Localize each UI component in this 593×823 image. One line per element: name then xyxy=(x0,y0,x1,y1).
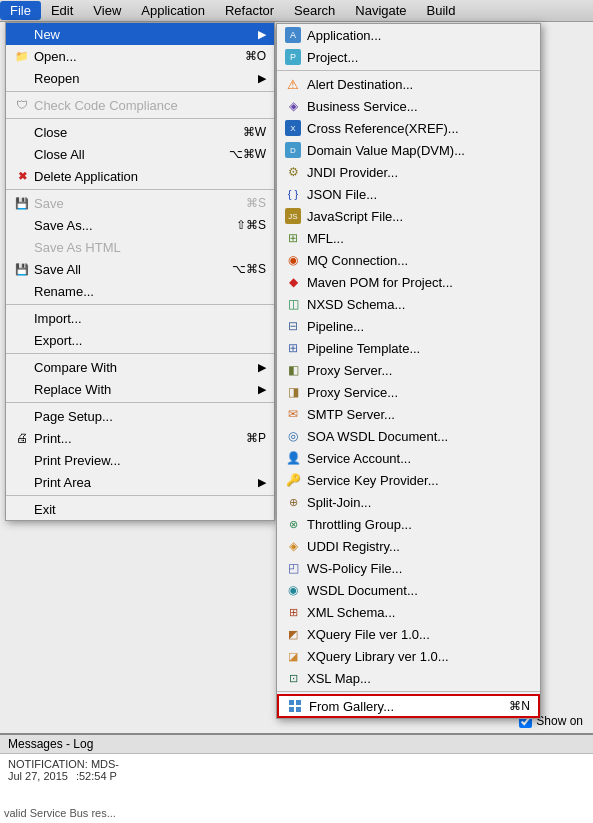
submenu-svc-key[interactable]: 🔑 Service Key Provider... xyxy=(277,469,540,491)
submenu-uddi[interactable]: ◈ UDDI Registry... xyxy=(277,535,540,557)
submenu-mq[interactable]: ◉ MQ Connection... xyxy=(277,249,540,271)
submenu-js[interactable]: JS JavaScript File... xyxy=(277,205,540,227)
menu-item-print-preview[interactable]: Print Preview... xyxy=(6,449,274,471)
xref-label: Cross Reference(XREF)... xyxy=(307,121,459,136)
submenu-throttling[interactable]: ⊗ Throttling Group... xyxy=(277,513,540,535)
replace-icon xyxy=(14,381,30,397)
submenu-business[interactable]: ◈ Business Service... xyxy=(277,95,540,117)
svc-a-icon: 👤 xyxy=(285,450,301,466)
menu-item-page-setup[interactable]: Page Setup... xyxy=(6,405,274,427)
replace-arrow: ▶ xyxy=(258,383,266,396)
submenu-application[interactable]: A Application... xyxy=(277,24,540,46)
menu-item-close-all[interactable]: Close All ⌥⌘W xyxy=(6,143,274,165)
import-label: Import... xyxy=(34,311,266,326)
submenu-mfl[interactable]: ⊞ MFL... xyxy=(277,227,540,249)
submenu-xml-schema[interactable]: ⊞ XML Schema... xyxy=(277,601,540,623)
menubar-item-refactor[interactable]: Refactor xyxy=(215,1,284,20)
submenu-xquery1[interactable]: ◩ XQuery File ver 1.0... xyxy=(277,623,540,645)
gallery-icon xyxy=(287,698,303,714)
sep5 xyxy=(6,353,274,354)
menubar-item-navigate[interactable]: Navigate xyxy=(345,1,416,20)
submenu-xref[interactable]: X Cross Reference(XREF)... xyxy=(277,117,540,139)
delete-app-label: Delete Application xyxy=(34,169,266,184)
submenu-gallery[interactable]: From Gallery... ⌘N xyxy=(277,694,540,718)
show-on-label: Show on xyxy=(536,714,583,728)
menu-item-rename[interactable]: Rename... xyxy=(6,280,274,302)
compare-icon xyxy=(14,359,30,375)
submenu-xsl[interactable]: ⊡ XSL Map... xyxy=(277,667,540,689)
menubar-item-build[interactable]: Build xyxy=(417,1,466,20)
submenu-alert[interactable]: ⚠ Alert Destination... xyxy=(277,73,540,95)
submenu-pipeline[interactable]: ⊟ Pipeline... xyxy=(277,315,540,337)
menu-item-save-as[interactable]: Save As... ⇧⌘S xyxy=(6,214,274,236)
submenu-proxy-srv[interactable]: ◧ Proxy Server... xyxy=(277,359,540,381)
submenu-ws-policy[interactable]: ◰ WS-Policy File... xyxy=(277,557,540,579)
menu-item-import[interactable]: Import... xyxy=(6,307,274,329)
throt-label: Throttling Group... xyxy=(307,517,412,532)
wsdl-label: SOA WSDL Document... xyxy=(307,429,448,444)
save-as-icon xyxy=(14,217,30,233)
submenu-proxy-svc[interactable]: ◨ Proxy Service... xyxy=(277,381,540,403)
submenu-jndi[interactable]: ⚙ JNDI Provider... xyxy=(277,161,540,183)
submenu-pipeline-tmpl[interactable]: ⊞ Pipeline Template... xyxy=(277,337,540,359)
menu-item-replace[interactable]: Replace With ▶ xyxy=(6,378,274,400)
svc-k-label: Service Key Provider... xyxy=(307,473,439,488)
menu-item-export[interactable]: Export... xyxy=(6,329,274,351)
menu-item-print[interactable]: 🖨 Print... ⌘P xyxy=(6,427,274,449)
submenu-split-join[interactable]: ⊕ Split-Join... xyxy=(277,491,540,513)
submenu-project[interactable]: P Project... xyxy=(277,46,540,68)
menu-item-new[interactable]: New ▶ xyxy=(6,23,274,45)
submenu-dvm[interactable]: D Domain Value Map(DVM)... xyxy=(277,139,540,161)
nxsd-icon: ◫ xyxy=(285,296,301,312)
sep3 xyxy=(6,189,274,190)
menu-item-reopen[interactable]: Reopen ▶ xyxy=(6,67,274,89)
submenu-xquery-lib[interactable]: ◪ XQuery Library ver 1.0... xyxy=(277,645,540,667)
menubar-item-file[interactable]: File xyxy=(0,1,41,20)
menu-item-exit[interactable]: Exit xyxy=(6,498,274,520)
menu-item-print-area[interactable]: Print Area ▶ xyxy=(6,471,274,493)
wsdl2-label: WSDL Document... xyxy=(307,583,418,598)
menubar-item-edit[interactable]: Edit xyxy=(41,1,83,20)
submenu-svc-acct[interactable]: 👤 Service Account... xyxy=(277,447,540,469)
menu-item-check: 🛡 Check Code Compliance xyxy=(6,94,274,116)
print-area-icon xyxy=(14,474,30,490)
xref-icon: X xyxy=(285,120,301,136)
submenu-wsdl[interactable]: ◎ SOA WSDL Document... xyxy=(277,425,540,447)
menu-item-open[interactable]: 📁 Open... ⌘O xyxy=(6,45,274,67)
menubar-item-search[interactable]: Search xyxy=(284,1,345,20)
submenu-wsdl-doc[interactable]: ◉ WSDL Document... xyxy=(277,579,540,601)
save-all-icon: 💾 xyxy=(14,261,30,277)
menubar-item-application[interactable]: Application xyxy=(131,1,215,20)
submenu-smtp[interactable]: ✉ SMTP Server... xyxy=(277,403,540,425)
js-label: JavaScript File... xyxy=(307,209,403,224)
open-label: Open... xyxy=(34,49,235,64)
sub-sep1 xyxy=(277,70,540,71)
messages-title: Messages - Log xyxy=(8,737,93,751)
rename-label: Rename... xyxy=(34,284,266,299)
file-menu: New ▶ 📁 Open... ⌘O Reopen ▶ 🛡 Check Code… xyxy=(5,22,275,521)
new-label: New xyxy=(34,27,254,42)
menubar: File Edit View Application Refactor Sear… xyxy=(0,0,593,22)
svg-rect-2 xyxy=(289,707,294,712)
menu-item-compare[interactable]: Compare With ▶ xyxy=(6,356,274,378)
menubar-item-view[interactable]: View xyxy=(83,1,131,20)
xml-label: XML Schema... xyxy=(307,605,395,620)
xq1-label: XQuery File ver 1.0... xyxy=(307,627,430,642)
messages-text: NOTIFICATION: MDS- xyxy=(8,758,119,770)
pipe-t-label: Pipeline Template... xyxy=(307,341,420,356)
submenu-json[interactable]: { } JSON File... xyxy=(277,183,540,205)
proxy-svc-icon: ◨ xyxy=(285,384,301,400)
submenu-maven[interactable]: ◆ Maven POM for Project... xyxy=(277,271,540,293)
submenu-nxsd[interactable]: ◫ NXSD Schema... xyxy=(277,293,540,315)
menu-item-close[interactable]: Close ⌘W xyxy=(6,121,274,143)
save-icon: 💾 xyxy=(14,195,30,211)
app-icon: A xyxy=(285,27,301,43)
menu-item-save-all[interactable]: 💾 Save All ⌥⌘S xyxy=(6,258,274,280)
menu-item-delete-app[interactable]: ✖ Delete Application xyxy=(6,165,274,187)
xsl-label: XSL Map... xyxy=(307,671,371,686)
print-label: Print... xyxy=(34,431,236,446)
smtp-icon: ✉ xyxy=(285,406,301,422)
messages-content: NOTIFICATION: MDS- Jul 27, 2015 :52:54 P xyxy=(0,754,593,786)
xsl-icon: ⊡ xyxy=(285,670,301,686)
app-label: Application... xyxy=(307,28,381,43)
